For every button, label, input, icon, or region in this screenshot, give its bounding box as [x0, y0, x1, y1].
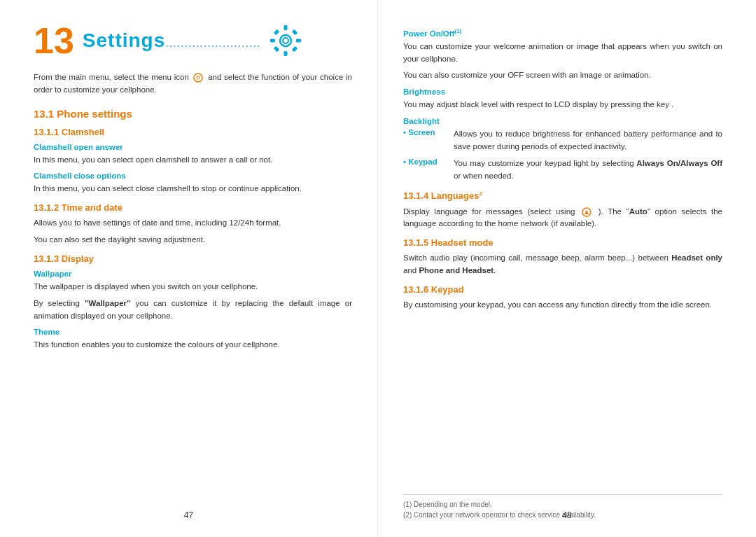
left-column: 13 Settings......................... [0, 0, 378, 537]
wallpaper-text2: By selecting "Wallpaper" you can customi… [34, 298, 352, 323]
wallpaper-text1: The wallpaper is displayed when you swit… [34, 281, 352, 293]
backlight-keypad-row: • Keypad You may customize your keypad l… [403, 158, 722, 183]
section-13-1-5-heading: 13.1.5 Headset mode [403, 237, 722, 248]
gear-icon [269, 24, 302, 57]
theme-heading: Theme [34, 328, 352, 336]
backlight-heading: Backlight [403, 117, 722, 125]
chapter-dots: ......................... [165, 37, 260, 49]
page-number-right: 48 [562, 510, 571, 520]
svg-marker-15 [584, 210, 589, 214]
chapter-title-group: Settings......................... [83, 29, 261, 52]
power-on-off-heading: Power On/Off(1) [403, 28, 722, 38]
svg-rect-1 [284, 25, 288, 30]
brightness-heading: Brightness [403, 88, 722, 96]
screen-label: • Screen [403, 128, 445, 137]
backlight-table: • Screen Allows you to reduce brightness… [403, 128, 722, 182]
screen-desc: Allows you to reduce brightness for enha… [454, 128, 722, 153]
chapter-title: Settings [83, 29, 165, 51]
keypad-section-text: By customising your keypad, you can acce… [403, 299, 722, 312]
section-13-1-4-heading: 13.1.4 Languages2 [403, 190, 722, 201]
svg-point-10 [284, 39, 288, 43]
svg-rect-7 [274, 46, 279, 52]
headset-text: Switch audio play (incoming call, messag… [403, 252, 722, 277]
chapter-heading: 13 Settings......................... [34, 22, 352, 59]
chapter-number: 13 [34, 22, 74, 59]
section-13-1-2-heading: 13.1.2 Time and date [34, 202, 352, 213]
backlight-screen-row: • Screen Allows you to reduce brightness… [403, 128, 722, 153]
clamshell-open-answer-heading: Clamshell open answer [34, 143, 352, 151]
footnote-1: (1) Depending on the model. [403, 499, 722, 510]
svg-point-13 [197, 76, 200, 78]
select-icon-inline [582, 207, 592, 217]
intro-text: From the main menu, select the menu icon… [34, 71, 352, 97]
page-number-left: 47 [184, 510, 193, 520]
time-date-text1: Allows you to have settings of date and … [34, 217, 352, 230]
section-13-1-6-heading: 13.1.6 Keypad [403, 284, 722, 295]
clamshell-close-options-text: In this menu, you can select close clams… [34, 183, 352, 195]
section-13-1-heading: 13.1 Phone settings [34, 108, 352, 120]
section-13-1-3-heading: 13.1.3 Display [34, 253, 352, 264]
theme-text: This function enables you to customize t… [34, 339, 352, 351]
wallpaper-heading: Wallpaper [34, 270, 352, 278]
menu-icon-inline [193, 73, 203, 83]
power-text2: You can also customize your OFF screen w… [403, 69, 722, 82]
svg-rect-8 [292, 46, 298, 52]
keypad-desc: You may customize your keypad light by s… [454, 158, 722, 183]
right-column: Power On/Off(1) You can customize your w… [378, 0, 756, 537]
time-date-text2: You can also set the daylight saving adj… [34, 234, 352, 246]
svg-rect-4 [296, 39, 301, 43]
page: 13 Settings......................... [0, 0, 756, 537]
svg-rect-5 [274, 29, 279, 35]
svg-rect-6 [292, 29, 298, 35]
svg-rect-2 [284, 51, 288, 56]
keypad-label: • Keypad [403, 158, 445, 166]
languages-text: Display language for messages (select us… [403, 206, 722, 231]
svg-rect-3 [270, 39, 275, 43]
clamshell-close-options-heading: Clamshell close options [34, 172, 352, 180]
section-13-1-1-heading: 13.1.1 Clamshell [34, 127, 352, 137]
brightness-text: You may adjust black level with respect … [403, 99, 722, 111]
clamshell-open-answer-text: In this menu, you can select open clamsh… [34, 154, 352, 167]
power-text1: You can customize your welcome animation… [403, 41, 722, 66]
